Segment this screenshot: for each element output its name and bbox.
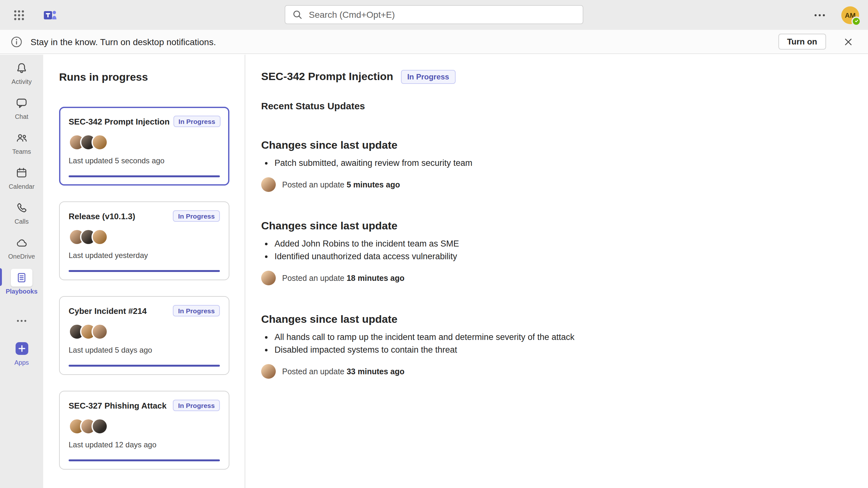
status-update: Changes since last update Added John Rob… <box>261 220 843 285</box>
update-bullet: All hands call to ramp up the incident t… <box>275 331 843 344</box>
playbook-icon <box>11 269 32 286</box>
progress-bar <box>69 270 220 272</box>
people-icon <box>11 129 32 147</box>
avatar <box>261 271 276 285</box>
run-card-title: SEC-342 Prompt Injection <box>69 117 170 126</box>
search-input[interactable] <box>308 9 576 20</box>
sidebar-item-label: Activity <box>11 78 31 85</box>
sidebar-item-label: Calls <box>14 218 29 225</box>
runs-panel: Runs in progress SEC-342 Prompt Injectio… <box>43 55 245 488</box>
posted-time: 18 minutes ago <box>347 274 404 282</box>
avatar <box>92 134 108 151</box>
sidebar-item-calls[interactable]: Calls <box>0 194 43 230</box>
member-avatars <box>69 229 220 245</box>
sidebar-item-label: Playbooks <box>6 288 37 295</box>
sidebar-item-activity[interactable]: Activity <box>0 55 43 90</box>
update-bullets: Added John Robins to the incident team a… <box>261 238 843 263</box>
info-icon <box>10 35 23 48</box>
progress-bar <box>69 459 220 461</box>
update-heading: Changes since last update <box>261 139 843 152</box>
member-avatars <box>69 324 220 340</box>
update-bullet: Added John Robins to the incident team a… <box>275 238 843 250</box>
avatar <box>92 324 108 340</box>
status-badge: In Progress <box>174 116 220 127</box>
status-badge: In Progress <box>173 210 220 222</box>
status-update: Changes since last update All hands call… <box>261 313 843 379</box>
last-updated-text: Last updated 5 days ago <box>69 346 220 355</box>
avatar <box>261 177 276 192</box>
ellipsis-icon <box>11 312 32 330</box>
update-bullet: Patch submitted, awaiting review from se… <box>275 157 843 170</box>
add-apps-icon <box>11 340 32 358</box>
calendar-icon <box>11 164 32 182</box>
posted-row: Posted an update 33 minutes ago <box>261 364 843 379</box>
notification-banner: Stay in the know. Turn on desktop notifi… <box>0 30 868 54</box>
bell-icon <box>11 59 32 77</box>
chat-icon <box>11 94 32 112</box>
update-heading: Changes since last update <box>261 313 843 326</box>
run-card-title: Cyber Incident #214 <box>69 306 147 315</box>
avatar <box>92 418 108 435</box>
posted-time: 5 minutes ago <box>347 180 400 189</box>
teams-app-window: AM Stay in the know. Turn on desktop not… <box>0 0 868 488</box>
phone-icon <box>11 199 32 217</box>
last-updated-text: Last updated yesterday <box>69 251 220 260</box>
status-badge: In Progress <box>401 70 456 84</box>
posted-row: Posted an update 18 minutes ago <box>261 271 843 285</box>
run-card-title: SEC-327 Phishing Attack <box>69 401 166 410</box>
page-title: SEC-342 Prompt Injection <box>261 70 393 83</box>
update-bullet: Disabled impacted systems to contain the… <box>275 344 843 357</box>
run-card-title: Release (v10.1.3) <box>69 211 135 221</box>
posted-time: 33 minutes ago <box>347 367 404 376</box>
avatar <box>92 229 108 245</box>
more-options-icon[interactable] <box>813 8 826 21</box>
update-bullets: All hands call to ramp up the incident t… <box>261 331 843 357</box>
app-rail: Activity Chat Teams <box>0 55 43 488</box>
close-icon[interactable] <box>843 36 854 47</box>
update-bullets: Patch submitted, awaiting review from se… <box>261 157 843 170</box>
last-updated-text: Last updated 12 days ago <box>69 440 220 449</box>
sidebar-item-teams[interactable]: Teams <box>0 125 43 159</box>
run-card-sec-327[interactable]: SEC-327 Phishing Attack In Progress Last… <box>59 391 229 469</box>
sidebar-more-apps[interactable] <box>0 307 43 335</box>
update-heading: Changes since last update <box>261 220 843 233</box>
posted-prefix: Posted an update <box>282 367 344 376</box>
presence-available-icon <box>851 16 861 26</box>
sidebar-item-label: Apps <box>14 359 29 366</box>
member-avatars <box>69 134 220 151</box>
search-bar <box>285 5 583 24</box>
last-updated-text: Last updated 5 seconds ago <box>69 156 220 165</box>
top-bar: AM <box>0 0 868 30</box>
app-launcher-waffle-icon[interactable] <box>6 0 32 30</box>
teams-logo-icon <box>42 7 58 23</box>
recent-status-updates-heading: Recent Status Updates <box>261 100 843 111</box>
sidebar-item-playbooks[interactable]: Playbooks <box>0 264 43 299</box>
banner-message: Stay in the know. Turn on desktop notifi… <box>31 36 216 47</box>
search-icon <box>292 9 303 20</box>
sidebar-item-label: Calendar <box>8 183 34 190</box>
update-bullet: Identified unauthorized data access vuln… <box>275 250 843 263</box>
sidebar-item-onedrive[interactable]: OneDrive <box>0 230 43 264</box>
progress-bar <box>69 365 220 367</box>
sidebar-item-label: OneDrive <box>8 253 35 260</box>
runs-panel-title: Runs in progress <box>59 71 245 84</box>
status-update: Changes since last update Patch submitte… <box>261 139 843 192</box>
posted-prefix: Posted an update <box>282 274 344 282</box>
member-avatars <box>69 418 220 435</box>
run-detail-panel: SEC-342 Prompt Injection In Progress Rec… <box>245 55 868 488</box>
sidebar-item-label: Teams <box>12 148 31 155</box>
turn-on-button[interactable]: Turn on <box>778 34 826 50</box>
run-card-release[interactable]: Release (v10.1.3) In Progress Last updat… <box>59 202 229 280</box>
posted-row: Posted an update 5 minutes ago <box>261 177 843 192</box>
run-card-cyber-incident[interactable]: Cyber Incident #214 In Progress Last upd… <box>59 296 229 375</box>
sidebar-item-chat[interactable]: Chat <box>0 90 43 125</box>
posted-prefix: Posted an update <box>282 180 344 189</box>
status-badge: In Progress <box>173 400 220 411</box>
status-badge: In Progress <box>173 305 220 316</box>
user-avatar[interactable]: AM <box>841 6 859 24</box>
avatar <box>261 364 276 379</box>
sidebar-item-label: Chat <box>15 113 28 120</box>
sidebar-item-calendar[interactable]: Calendar <box>0 159 43 194</box>
sidebar-item-apps[interactable]: Apps <box>0 335 43 370</box>
run-card-sec-342[interactable]: SEC-342 Prompt Injection In Progress Las… <box>59 107 229 186</box>
